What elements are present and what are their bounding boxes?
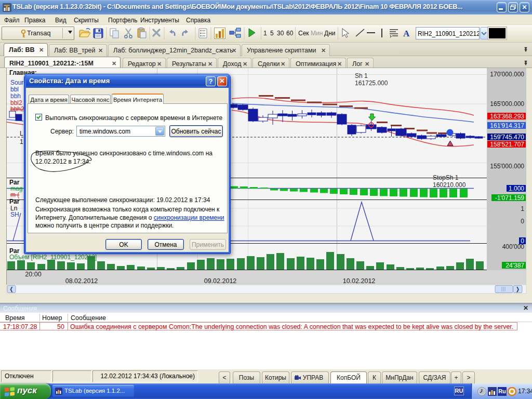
svg-text:165'000.000: 165'000.000 bbox=[490, 100, 524, 108]
svg-text:bbh2: bbh2 bbox=[10, 105, 24, 113]
svg-text:10.02.2012: 10.02.2012 bbox=[343, 277, 376, 285]
svg-text:Объем [RIH2_110901_120212]: Объем [RIH2_110901_120212] bbox=[9, 254, 97, 261]
svg-text:400'000: 400'000 bbox=[502, 243, 525, 250]
svg-text:m (: m ( bbox=[10, 191, 19, 198]
svg-text:SH: SH bbox=[10, 211, 19, 218]
svg-text:-1'071.159: -1'071.159 bbox=[495, 194, 525, 202]
svg-text:09.02.2012: 09.02.2012 bbox=[204, 277, 237, 285]
svg-text:bbh: bbh bbox=[10, 92, 21, 100]
svg-text:161'914.317: 161'914.317 bbox=[490, 122, 524, 129]
svg-text:Par: Par bbox=[9, 198, 20, 205]
svg-text:170'000.000: 170'000.000 bbox=[490, 71, 524, 78]
svg-text:Sh 1: Sh 1 bbox=[355, 72, 368, 79]
svg-text:1: 1 bbox=[521, 205, 524, 212]
svg-text:❬: ❬ bbox=[9, 286, 14, 292]
svg-text:155'000.000: 155'000.000 bbox=[490, 163, 524, 170]
svg-text:A: A bbox=[403, 29, 410, 38]
svg-text:158'521.707: 158'521.707 bbox=[490, 141, 524, 148]
svg-text:20:00: 20:00 bbox=[25, 271, 41, 278]
svg-text:159'745.470: 159'745.470 bbox=[490, 134, 524, 141]
svg-text:L: L bbox=[20, 130, 23, 137]
svg-text:StopSh 1: StopSh 1 bbox=[433, 174, 459, 181]
svg-text:160210.000: 160210.000 bbox=[433, 181, 466, 189]
svg-text:1.000: 1.000 bbox=[509, 185, 524, 192]
svg-text:24'387: 24'387 bbox=[506, 262, 524, 269]
svg-text:1: 1 bbox=[20, 138, 23, 145]
svg-text:0: 0 bbox=[521, 218, 524, 225]
svg-text:❭: ❭ bbox=[515, 286, 520, 292]
svg-text:08.02.2012: 08.02.2012 bbox=[65, 277, 98, 285]
svg-text:bbl: bbl bbox=[10, 86, 19, 93]
svg-text:163'368.293: 163'368.293 bbox=[490, 113, 524, 120]
svg-text:161725.000: 161725.000 bbox=[355, 79, 388, 87]
